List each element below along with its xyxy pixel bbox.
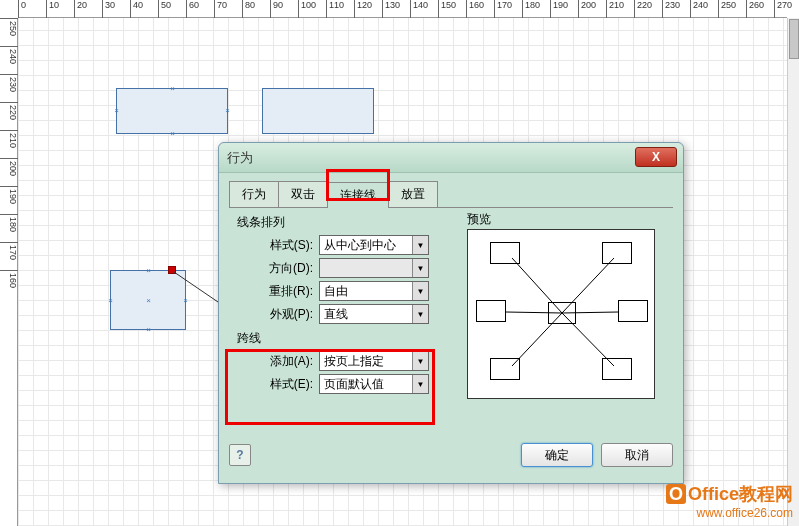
preview-box [467, 229, 655, 399]
connector-line[interactable] [172, 266, 222, 306]
dialog-titlebar[interactable]: 行为 X [219, 143, 683, 173]
svg-line-4 [562, 312, 618, 313]
dialog-body: 行为 双击 连接线 放置 线条排列 样式(S): 从中心到中心 ▼ 方向(D):… [219, 173, 683, 475]
svg-line-3 [506, 312, 562, 313]
tab-placement[interactable]: 放置 [388, 181, 438, 207]
combo-style[interactable]: 从中心到中心 ▼ [319, 235, 429, 255]
ruler-horizontal: 0 10 20 30 40 50 60 70 80 90 100 110 120… [18, 0, 787, 18]
ruler-vertical: 250 240 230 220 210 200 190 180 170 160 [0, 18, 18, 526]
chevron-down-icon: ▼ [412, 375, 428, 393]
watermark-url: www.office26.com [666, 506, 793, 520]
tab-strip: 行为 双击 连接线 放置 [229, 181, 673, 208]
watermark-brand: OOffice教程网 [666, 482, 793, 506]
label-crossstyle: 样式(E): [253, 376, 313, 393]
combo-rearrange[interactable]: 自由 ▼ [319, 281, 429, 301]
combo-add[interactable]: 按页上指定 ▼ [319, 351, 429, 371]
chevron-down-icon: ▼ [412, 305, 428, 323]
preview-label: 预览 [467, 211, 491, 228]
tab-behavior[interactable]: 行为 [229, 181, 279, 207]
dialog-title: 行为 [227, 149, 253, 167]
svg-line-0 [174, 272, 218, 302]
combo-crossstyle[interactable]: 页面默认值 ▼ [319, 374, 429, 394]
combo-appearance[interactable]: 直线 ▼ [319, 304, 429, 324]
close-button[interactable]: X [635, 147, 677, 167]
label-add: 添加(A): [253, 353, 313, 370]
help-button[interactable]: ? [229, 444, 251, 466]
behavior-dialog: 行为 X 行为 双击 连接线 放置 线条排列 样式(S): 从中心到中心 ▼ 方… [218, 142, 684, 484]
svg-line-1 [512, 258, 562, 313]
ok-button[interactable]: 确定 [521, 443, 593, 467]
svg-line-6 [562, 313, 614, 366]
label-rearrange: 重排(R): [253, 283, 313, 300]
label-style: 样式(S): [253, 237, 313, 254]
tab-connector[interactable]: 连接线 [327, 182, 389, 208]
shape-rect-1[interactable]: × × × × [116, 88, 228, 134]
svg-line-5 [512, 313, 562, 366]
tab-doubleclick[interactable]: 双击 [278, 181, 328, 207]
svg-line-2 [562, 258, 614, 313]
shape-rect-2[interactable] [262, 88, 374, 134]
watermark: OOffice教程网 www.office26.com [666, 482, 793, 520]
chevron-down-icon: ▼ [412, 259, 428, 277]
scrollbar-thumb[interactable] [789, 19, 799, 59]
scrollbar-vertical[interactable] [787, 18, 799, 526]
chevron-down-icon: ▼ [412, 236, 428, 254]
cancel-button[interactable]: 取消 [601, 443, 673, 467]
chevron-down-icon: ▼ [412, 282, 428, 300]
label-direction: 方向(D): [253, 260, 313, 277]
chevron-down-icon: ▼ [412, 352, 428, 370]
dialog-footer: ? 确定 取消 [229, 443, 673, 467]
combo-direction[interactable]: ▼ [319, 258, 429, 278]
label-appearance: 外观(P): [253, 306, 313, 323]
